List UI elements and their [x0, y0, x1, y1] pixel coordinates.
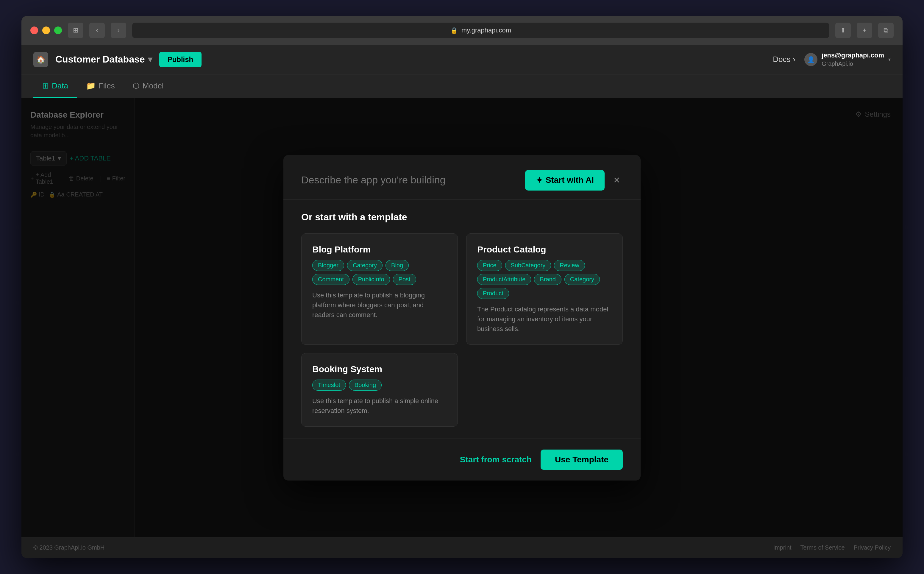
modal-overlay: ✦ Start with AI × Or start with a templa… [21, 98, 903, 537]
blog-template-desc: Use this template to publish a blogging … [312, 290, 447, 320]
blog-tag-list: Blogger Category Blog Comment PublicInfo… [312, 260, 447, 285]
template-card-product[interactable]: Product Catalog Price SubCategory Review… [466, 233, 623, 345]
footer-links: Imprint Terms of Service Privacy Policy [773, 544, 891, 551]
product-template-title: Product Catalog [477, 244, 612, 255]
modal-footer: Start from scratch Use Template [283, 438, 641, 481]
footer-imprint[interactable]: Imprint [773, 544, 791, 551]
start-with-ai-button[interactable]: ✦ Start with AI [525, 170, 604, 191]
url-text: my.graphapi.com [461, 27, 511, 34]
docs-chevron-icon: › [793, 55, 796, 64]
nav-right: Docs › 👤 jens@graphapi.com GraphApi.io ▾ [773, 51, 891, 68]
tag-subcategory: SubCategory [505, 260, 551, 271]
tag-timeslot: Timeslot [312, 380, 346, 391]
avatar: 👤 [804, 53, 817, 66]
files-tab-icon: 📁 [86, 81, 96, 90]
publish-button[interactable]: Publish [159, 52, 202, 67]
top-nav: 🏠 Customer Database ▾ Publish Docs › 👤 j… [21, 45, 903, 74]
tag-review: Review [554, 260, 585, 271]
tag-price: Price [477, 260, 502, 271]
app-content: 🏠 Customer Database ▾ Publish Docs › 👤 j… [21, 45, 903, 558]
start-from-scratch-button[interactable]: Start from scratch [460, 455, 532, 464]
tag-publicinfo: PublicInfo [353, 274, 390, 285]
tab-bar: ⊞ Data 📁 Files ⬡ Model [21, 74, 903, 98]
tab-files[interactable]: 📁 Files [77, 74, 124, 98]
footer-terms[interactable]: Terms of Service [800, 544, 845, 551]
lock-icon: 🔒 [450, 27, 458, 34]
template-modal: ✦ Start with AI × Or start with a templa… [283, 155, 641, 481]
sidebar-toggle-button[interactable]: ⊞ [68, 23, 83, 38]
booking-tag-list: Timeslot Booking [312, 380, 447, 391]
user-chevron-icon: ▾ [888, 57, 891, 62]
tag-post: Post [393, 274, 416, 285]
model-tab-icon: ⬡ [133, 81, 140, 90]
tag-blogger: Blogger [312, 260, 344, 271]
app-footer: © 2023 GraphApi.io GmbH Imprint Terms of… [21, 537, 903, 558]
tag-product: Product [477, 288, 509, 299]
back-button[interactable]: ‹ [89, 23, 105, 38]
tag-productattribute: ProductAttribute [477, 274, 531, 285]
footer-copyright: © 2023 GraphApi.io GmbH [33, 544, 104, 551]
booking-template-desc: Use this template to publish a simple on… [312, 396, 447, 416]
user-details: jens@graphapi.com GraphApi.io [822, 51, 884, 68]
template-card-blog[interactable]: Blog Platform Blogger Category Blog Comm… [301, 233, 458, 345]
tag-category-blog: Category [347, 260, 383, 271]
product-tag-list: Price SubCategory Review ProductAttribut… [477, 260, 612, 299]
footer-privacy[interactable]: Privacy Policy [854, 544, 891, 551]
ai-input-wrapper [301, 171, 519, 189]
use-template-button[interactable]: Use Template [541, 449, 623, 470]
traffic-lights [30, 27, 62, 34]
tag-comment: Comment [312, 274, 349, 285]
template-grid: Blog Platform Blogger Category Blog Comm… [301, 233, 623, 427]
maximize-traffic-light[interactable] [54, 27, 62, 34]
user-info[interactable]: 👤 jens@graphapi.com GraphApi.io ▾ [804, 51, 891, 68]
or-section-title: Or start with a template [301, 212, 623, 223]
browser-window: ⊞ ‹ › 🔒 my.graphapi.com ⬆ + ⧉ 🏠 Customer… [21, 16, 903, 558]
tag-brand: Brand [534, 274, 561, 285]
share-button[interactable]: ⬆ [835, 23, 851, 38]
files-tab-label: Files [99, 81, 115, 90]
main-area: Database Explorer Manage your data or ex… [21, 98, 903, 537]
data-tab-label: Data [52, 81, 68, 90]
product-template-desc: The Product catalog represents a data mo… [477, 304, 612, 334]
tab-data[interactable]: ⊞ Data [33, 74, 77, 98]
tabs-button[interactable]: ⧉ [878, 23, 894, 38]
data-tab-icon: ⊞ [42, 81, 49, 90]
booking-template-title: Booking System [312, 364, 447, 374]
model-tab-label: Model [143, 81, 164, 90]
browser-titlebar: ⊞ ‹ › 🔒 my.graphapi.com ⬆ + ⧉ [21, 16, 903, 45]
docs-link[interactable]: Docs › [773, 55, 795, 64]
db-name-chevron[interactable]: ▾ [148, 55, 152, 64]
tag-category-product: Category [564, 274, 600, 285]
template-card-booking[interactable]: Booking System Timeslot Booking Use this… [301, 353, 458, 427]
user-email: jens@graphapi.com [822, 51, 884, 60]
forward-button[interactable]: › [111, 23, 126, 38]
tag-booking: Booking [349, 380, 382, 391]
nav-left: 🏠 Customer Database ▾ Publish [33, 52, 201, 67]
modal-header: ✦ Start with AI × [283, 155, 641, 200]
address-bar[interactable]: 🔒 my.graphapi.com [132, 23, 830, 38]
ai-description-input[interactable] [301, 171, 519, 189]
minimize-traffic-light[interactable] [42, 27, 50, 34]
tab-model[interactable]: ⬡ Model [124, 74, 173, 98]
close-traffic-light[interactable] [30, 27, 38, 34]
db-name-display: Customer Database ▾ [55, 54, 152, 65]
home-icon[interactable]: 🏠 [33, 52, 48, 67]
sparkle-icon: ✦ [536, 175, 543, 185]
new-tab-button[interactable]: + [857, 23, 872, 38]
user-org: GraphApi.io [822, 60, 884, 68]
modal-body: Or start with a template Blog Platform B… [283, 200, 641, 438]
blog-template-title: Blog Platform [312, 244, 447, 255]
close-modal-button[interactable]: × [611, 171, 623, 189]
tag-blog: Blog [386, 260, 409, 271]
